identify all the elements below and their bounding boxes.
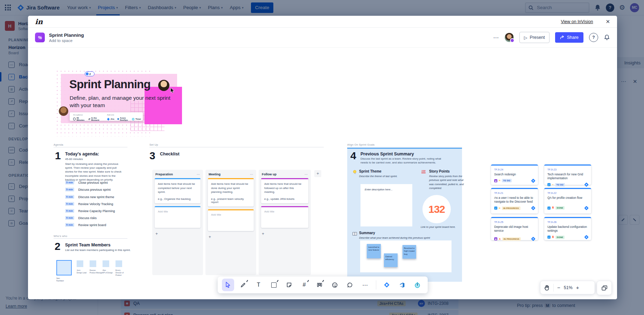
jira-issue-card[interactable]: TFJI-23 Tech research for new Grid imple… [544,164,591,185]
column-menu-icon[interactable]: ⋯ [304,173,308,176]
agenda-section-label: Agenda [54,143,63,146]
sticky-note[interactable]: Resolved a high-impact bug [402,245,416,259]
checklist-column-follow-up: Follow up⋯ Add items here that should be… [259,170,311,275]
status-badge: TO DO [502,179,512,182]
zoom-in-icon[interactable]: + [576,285,579,290]
sticker-tool[interactable] [328,279,341,291]
select-tool[interactable] [222,279,234,291]
shape-tool[interactable] [267,279,280,291]
close-icon[interactable]: ✕ [606,19,610,25]
story-points-hint: Review story points from the previous sp… [429,174,466,190]
clock-icon [73,118,76,120]
checklist-card[interactable]: Add items here that should be followed u… [261,178,308,203]
timer-icon [132,118,134,120]
freehand-doc-icon: % [35,33,45,42]
goals-number: 4 [350,150,356,161]
epic-type-icon: ◆ [494,179,497,182]
sticky-note-tool[interactable] [283,279,295,291]
document-title: Sprint Planning [49,32,84,38]
jira-icon [584,183,589,187]
sprint-board-link-hint: Link to your sprint board here. [421,225,456,229]
more-tools-icon[interactable]: ⋯ [359,279,371,291]
agenda-item: 5 minDiscuss new sprint theme [65,195,114,199]
azure-devops-tool[interactable] [396,279,408,291]
grid-frame-tool[interactable]: # [298,279,310,291]
invision-freehand-modal: in View on InVision ✕ % Sprint Planning … [28,16,617,299]
sync-icon: ↺ [88,118,90,120]
share-button[interactable]: Share [555,32,583,43]
addons-label: Add-ons [107,114,141,116]
jira-issue-card[interactable]: TFJI-22 QA for profile creation flow ✓∧D… [544,188,591,214]
zoom-out-icon[interactable]: − [557,285,560,290]
member-tile[interactable] [103,260,109,267]
divider [54,238,127,239]
whiteboard-canvas[interactable]: 2 Sprint Planning Define, plan, and mana… [28,48,617,299]
help-icon[interactable]: ? [589,33,598,42]
addon-jira: Jira [107,118,114,120]
checklist-card-empty[interactable]: Add title [155,206,201,228]
status-badge: DONE [555,206,565,210]
sticky-note[interactable]: Gained efficiency [384,253,398,267]
team-section-label: Who's who [54,234,67,238]
toolbar-divider [376,280,376,289]
jira-issue-card[interactable]: TFJI-24 Search redesign ◆=TO DO [491,164,538,185]
divider [149,147,324,147]
jira-issue-card[interactable]: TFJI-21 As a user I need to be able to n… [491,188,538,214]
checklist-card[interactable]: Add items here that should be done durin… [208,178,254,206]
task-type-icon: ✓ [547,206,551,210]
collaborator-avatar[interactable] [505,33,514,42]
hand-pan-tool[interactable] [544,285,550,291]
agenda-item: 5 minClose previous sprint [65,181,108,184]
story-points-value: 132 [428,203,445,215]
jira-issue-card[interactable]: TFJI-25 Deprecate old image host service… [491,217,538,240]
notifications-bell-icon[interactable] [604,34,610,41]
teammate-avatar [158,80,169,91]
add-card-button[interactable]: + [205,234,256,240]
more-options-icon[interactable]: ⋯ [493,34,499,41]
agenda-item: 5 minReview sprint board [65,223,106,227]
goals-subtitle: Discuss the last sprint as a team. Revie… [360,157,448,164]
column-menu-icon[interactable]: ⋯ [197,173,200,176]
add-card-button[interactable]: + [152,231,203,237]
hundred-points-icon: 100 [421,170,426,173]
status-dot [510,38,514,43]
comment-tool[interactable] [344,279,356,291]
invision-logo: in [35,18,43,25]
priority-medium-icon: = [499,207,500,210]
present-button[interactable]: ▷ Present [519,32,550,43]
collaborator-dot [86,72,89,75]
member-label: SamFacilitator [56,277,70,282]
story-points-circle[interactable]: 132 [422,195,451,223]
team-subtitle: List out the team members participating … [65,248,131,252]
timer-tool[interactable] [411,279,424,291]
jira-icon [531,178,536,183]
add-to-space-link[interactable]: Add to space [49,38,84,43]
add-card-button[interactable]: + [259,231,311,237]
mode-item: ↺In the Moment [88,117,99,121]
zoom-level[interactable]: 51% [564,285,573,290]
layout-tool[interactable] [313,279,326,291]
agenda-description: Start by reviewing and closing the previ… [65,162,125,182]
draw-pencil-tool[interactable] [237,279,249,291]
view-on-invision-link[interactable]: View on InVision [561,19,593,24]
checklist-card-empty[interactable]: Add title [261,206,308,228]
add-column-button[interactable]: + [314,170,321,177]
checklist-card[interactable]: Add items here that should be completed … [155,178,201,203]
member-label: DeeceeProduct Manager [90,269,104,274]
member-tile[interactable] [77,260,83,267]
member-tile[interactable] [115,260,122,267]
text-tool[interactable]: T [252,279,265,291]
app-root: Jira Software Your work▾ Projects▾ Filte… [0,0,644,315]
checklist-card-empty[interactable]: Add title [208,209,254,231]
member-tile-selected[interactable] [56,260,72,275]
collaborator-pill[interactable]: 2 [85,71,94,76]
checklist-title: Checklist [160,152,180,156]
divider [553,284,554,292]
jira-issue-card[interactable]: TFJI-26 Update backend configuration set… [544,217,591,240]
member-tile[interactable] [90,260,96,267]
overview-frames-icon[interactable] [597,281,612,295]
jira-integration-tool[interactable] [381,279,393,291]
column-menu-icon[interactable]: ⋯ [250,173,253,176]
sticky-note[interactable]: Launched a new feature [367,244,381,258]
priority-minor-icon: ~ [552,183,554,186]
